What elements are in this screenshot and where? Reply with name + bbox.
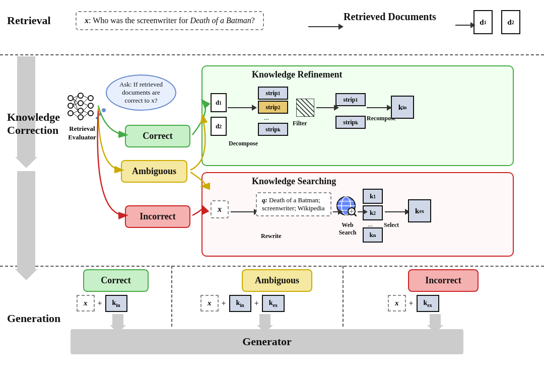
ambiguous-x: x (200, 295, 219, 311)
svg-point-3 (78, 93, 83, 98)
correct-plus: + (98, 299, 102, 308)
strip1-before: strip1 (258, 87, 288, 100)
incorrect-kex: kex (417, 295, 439, 312)
svg-point-6 (78, 115, 83, 120)
select-label: Select (384, 221, 399, 229)
websearch-label: WebSearch (332, 221, 363, 237)
svg-point-5 (78, 108, 83, 113)
arrow-q-to-globe (333, 209, 343, 215)
svg-line-36 (354, 214, 357, 216)
kr-d1: d1 (211, 93, 227, 112)
ambiguous-kex: kex (262, 295, 285, 312)
badge-incorrect-gen: Incorrect (408, 269, 479, 292)
strip-ellipsis: ... (264, 114, 269, 122)
ks-x-box: x (211, 200, 229, 218)
globe-icon (335, 195, 357, 218)
svg-point-4 (78, 101, 83, 106)
svg-line-20 (83, 103, 88, 106)
kr-d2: d2 (211, 117, 227, 136)
retrieval-evaluator-label: RetrievalEvaluator (59, 125, 105, 142)
svg-line-29 (296, 108, 305, 117)
k-in-kr: kin (391, 96, 414, 119)
retrieved-docs-label: Retrieved Documents (344, 11, 436, 23)
incorrect-plus: + (409, 299, 414, 308)
svg-line-27 (305, 99, 314, 108)
incorrect-x: x (388, 295, 406, 311)
ambiguous-formula: x + kin + kex (200, 295, 285, 312)
svg-line-21 (83, 106, 88, 111)
correct-formula: x + kin (77, 295, 127, 312)
svg-line-23 (83, 113, 88, 117)
divider-gen-v1 (171, 266, 172, 327)
label-knowledge-correction: KnowledgeCorrection (7, 111, 67, 137)
thought-bubble: Ask: If retrieved documents are correct … (106, 74, 176, 111)
divider-retrieval-bottom (0, 54, 544, 55)
strip2-before: strip2 (258, 101, 288, 114)
arrow-to-docs (455, 22, 475, 28)
badge-correct-gen: Correct (83, 269, 149, 292)
thought-dot-1 (102, 108, 106, 112)
ks-title: Knowledge Searching (252, 176, 336, 187)
arrow-x-to-q (231, 209, 259, 215)
svg-line-15 (73, 113, 78, 117)
divider-gen-v2 (343, 266, 344, 327)
svg-line-25 (296, 99, 314, 117)
label-retrieval: Retrieval (7, 14, 51, 27)
correct-x: x (77, 295, 95, 311)
generator-bar: Generator (71, 329, 463, 354)
big-arrow-2 (15, 171, 37, 280)
q-box: q: Death of a Batman;screenwriter; Wikip… (256, 192, 331, 216)
strip1-after: strip1 (335, 93, 366, 106)
kr-title: Knowledge Refinement (252, 69, 342, 80)
correct-kin: kin (105, 295, 127, 312)
svg-point-1 (68, 103, 73, 108)
svg-line-22 (83, 111, 88, 113)
query-box: x: Who was the screenwriter for Death of… (76, 11, 264, 30)
rewrite-label: Rewrite (261, 232, 282, 240)
divider-correction-bottom (0, 266, 544, 267)
doc-box-2: d2 (501, 10, 520, 34)
arrow-decompose (228, 105, 257, 111)
badge-correct-kc: Correct (125, 125, 190, 147)
svg-line-14 (73, 111, 78, 113)
svg-point-8 (88, 103, 93, 108)
doc-box-1: d1 (473, 10, 493, 34)
label-generation: Generation (7, 312, 60, 325)
stripk-before: stripk (258, 123, 288, 136)
ambiguous-plus1: + (222, 299, 226, 308)
filter-label: Filter (293, 120, 307, 127)
arrow-query-to-docs (308, 24, 344, 30)
filter-icon (296, 99, 314, 117)
badge-ambiguous-gen: Ambiguous (242, 269, 312, 292)
ks-k1: k1 (363, 189, 383, 204)
k-ex-ks: kex (408, 199, 431, 222)
thought-dot-2 (98, 113, 101, 116)
incorrect-formula: x + kex (388, 295, 439, 312)
badge-incorrect-kc: Incorrect (125, 205, 190, 228)
ambiguous-plus2: + (254, 299, 259, 308)
arrow-k-to-kex (385, 209, 410, 215)
ks-kn: kn (363, 227, 383, 243)
svg-point-2 (68, 111, 73, 116)
badge-ambiguous-kc: Ambiguous (121, 160, 187, 183)
svg-line-18 (83, 96, 88, 98)
svg-point-7 (88, 96, 93, 101)
stripk-after: stripk (335, 116, 366, 129)
arrow-recompose (367, 105, 392, 111)
svg-line-19 (83, 98, 88, 103)
thought-dot-3 (96, 117, 98, 119)
svg-point-0 (68, 96, 73, 101)
svg-point-9 (88, 111, 93, 116)
ambiguous-kin: kin (229, 295, 251, 312)
decompose-label: Decompose (229, 140, 258, 147)
arrow-globe-to-k (358, 209, 368, 215)
